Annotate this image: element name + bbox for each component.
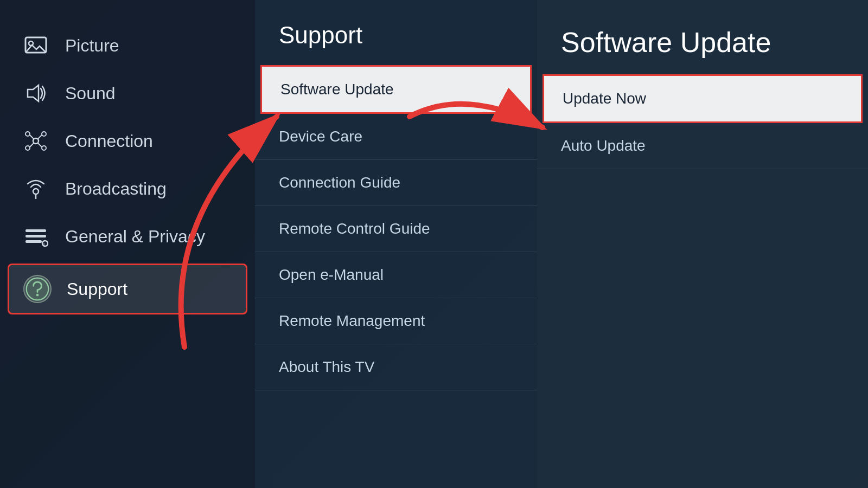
menu-item-device-care[interactable]: Device Care <box>255 114 537 160</box>
sidebar-item-label-connection: Connection <box>65 131 153 151</box>
sidebar-item-sound[interactable]: Sound <box>0 69 255 117</box>
middle-panel: Support Software Update Device Care Conn… <box>255 0 537 488</box>
svg-rect-16 <box>25 240 42 243</box>
menu-item-open-emanual[interactable]: Open e-Manual <box>255 252 537 298</box>
menu-item-about-this-tv[interactable]: About This TV <box>255 344 537 390</box>
sidebar-item-label-broadcasting: Broadcasting <box>65 179 167 199</box>
svg-point-5 <box>42 132 46 136</box>
right-menu-item-auto-update[interactable]: Auto Update <box>537 123 868 169</box>
sidebar-item-label-support: Support <box>67 279 127 299</box>
svg-rect-15 <box>25 235 46 237</box>
svg-point-3 <box>33 138 39 144</box>
menu-item-connection-guide[interactable]: Connection Guide <box>255 160 537 206</box>
connection-icon <box>22 127 50 155</box>
screen: Picture Sound <box>0 0 868 488</box>
svg-text:i: i <box>43 242 44 247</box>
menu-item-remote-management[interactable]: Remote Management <box>255 298 537 344</box>
sound-icon <box>22 79 50 107</box>
svg-point-6 <box>25 146 30 150</box>
svg-point-12 <box>33 189 39 194</box>
menu-item-remote-control-guide[interactable]: Remote Control Guide <box>255 206 537 252</box>
sidebar-item-broadcasting[interactable]: Broadcasting <box>0 165 255 213</box>
right-panel-title: Software Update <box>537 0 868 74</box>
sidebar-item-support[interactable]: Support <box>8 264 247 314</box>
picture-icon <box>22 31 50 60</box>
svg-point-7 <box>42 146 46 150</box>
right-panel: Software Update Update Now Auto Update <box>537 0 868 488</box>
middle-panel-title: Support <box>255 0 537 65</box>
support-icon <box>23 275 52 303</box>
svg-line-8 <box>30 135 34 139</box>
left-panel: Picture Sound <box>0 0 255 488</box>
sidebar-item-connection[interactable]: Connection <box>0 117 255 165</box>
svg-line-10 <box>30 143 34 147</box>
svg-marker-2 <box>28 85 39 101</box>
broadcasting-icon <box>22 175 50 203</box>
sidebar-item-label-picture: Picture <box>65 36 119 56</box>
svg-line-11 <box>38 143 42 147</box>
sidebar-item-general[interactable]: i General & Privacy <box>0 213 255 260</box>
svg-line-9 <box>38 135 42 139</box>
sidebar-item-label-general: General & Privacy <box>65 227 205 247</box>
svg-point-20 <box>36 294 39 297</box>
svg-rect-14 <box>25 229 46 232</box>
right-menu-item-update-now[interactable]: Update Now <box>542 74 863 123</box>
sidebar-item-label-sound: Sound <box>65 84 116 104</box>
menu-item-software-update[interactable]: Software Update <box>260 65 532 114</box>
general-icon: i <box>22 222 50 251</box>
sidebar-item-picture[interactable]: Picture <box>0 22 255 69</box>
svg-point-4 <box>25 132 30 136</box>
